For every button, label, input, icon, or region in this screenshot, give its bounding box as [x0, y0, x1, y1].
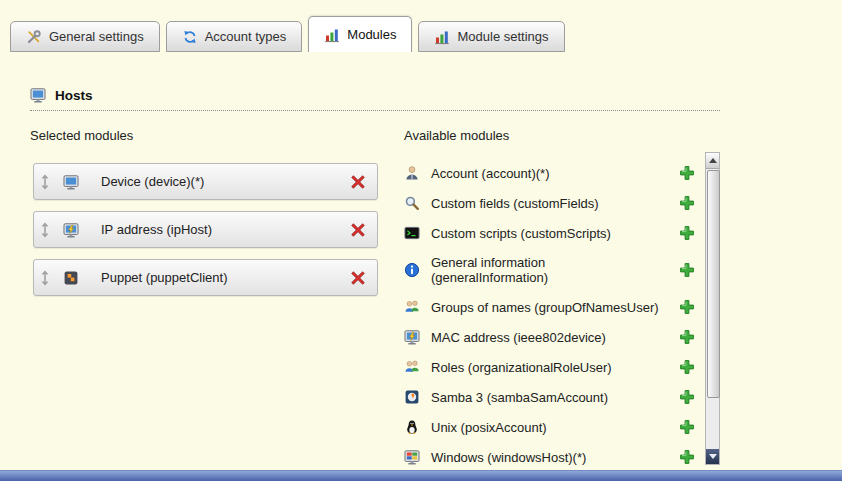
scrollbar[interactable] — [705, 152, 720, 465]
network-computer-icon — [63, 222, 79, 238]
remove-module-button[interactable] — [350, 222, 366, 238]
sync-icon — [182, 29, 198, 45]
selected-module-row[interactable]: IP address (ipHost) — [33, 211, 378, 248]
available-module-label: General information (generalInformation) — [431, 255, 663, 285]
tux-icon — [404, 419, 420, 435]
add-module-button[interactable] — [679, 299, 695, 315]
available-module-label: Account (account)(*) — [431, 166, 663, 181]
magnifier-icon — [404, 195, 420, 211]
hosts-section-header: Hosts — [30, 87, 720, 111]
person-icon — [404, 165, 420, 181]
add-module-button[interactable] — [679, 329, 695, 345]
green-plus-icon — [679, 262, 695, 278]
available-modules-heading: Available modules — [404, 128, 509, 143]
add-module-button[interactable] — [679, 195, 695, 211]
red-x-icon — [350, 270, 366, 286]
available-module-label: Unix (posixAccount) — [431, 420, 663, 435]
lam-config-modules-page: General settings Account types Modules M… — [0, 0, 842, 481]
available-module-row: MAC address (ieee802device) — [404, 322, 703, 352]
green-plus-icon — [679, 419, 695, 435]
green-plus-icon — [679, 195, 695, 211]
section-title: Hosts — [55, 88, 93, 103]
available-modules-rows: Account (account)(*) Custom fields (cust… — [404, 152, 703, 465]
available-modules-list: Account (account)(*) Custom fields (cust… — [404, 152, 720, 465]
available-module-row: Account (account)(*) — [404, 158, 703, 188]
add-module-button[interactable] — [679, 359, 695, 375]
red-x-icon — [350, 174, 366, 190]
available-module-row: Custom scripts (customScripts) — [404, 218, 703, 248]
network-computer-icon — [404, 329, 420, 345]
selected-module-row[interactable]: Device (device)(*) — [33, 163, 378, 200]
terminal-icon — [404, 225, 420, 241]
chart-icon — [434, 29, 450, 45]
tab-module-settings[interactable]: Module settings — [418, 21, 564, 52]
green-plus-icon — [679, 225, 695, 241]
add-module-button[interactable] — [679, 389, 695, 405]
available-module-row: Samba 3 (sambaSamAccount) — [404, 382, 703, 412]
puppet-icon — [63, 270, 79, 286]
add-module-button[interactable] — [679, 262, 695, 278]
drag-handle-icon[interactable] — [40, 174, 50, 190]
tab-modules[interactable]: Modules — [308, 16, 412, 52]
windows-monitor-icon — [404, 449, 420, 465]
add-module-button[interactable] — [679, 419, 695, 435]
tab-label: Account types — [205, 29, 287, 44]
selected-module-label: Puppet (puppetClient) — [101, 270, 227, 285]
remove-module-button[interactable] — [350, 174, 366, 190]
samba-icon — [404, 389, 420, 405]
group-icon — [404, 299, 420, 315]
info-icon — [404, 262, 420, 278]
drag-handle-icon[interactable] — [40, 270, 50, 286]
tab-account-types[interactable]: Account types — [166, 21, 303, 52]
selected-module-label: Device (device)(*) — [101, 174, 204, 189]
green-plus-icon — [679, 449, 695, 465]
device-monitor-icon — [63, 174, 79, 190]
available-module-row: Windows (windowsHost)(*) — [404, 442, 703, 465]
tab-bar: General settings Account types Modules M… — [10, 16, 571, 52]
green-plus-icon — [679, 329, 695, 345]
add-module-button[interactable] — [679, 165, 695, 181]
available-module-label: Groups of names (groupOfNamesUser) — [431, 300, 663, 315]
tools-icon — [26, 29, 42, 45]
available-module-label: Windows (windowsHost)(*) — [431, 450, 663, 465]
green-plus-icon — [679, 165, 695, 181]
scroll-up-button[interactable] — [706, 153, 719, 169]
available-module-row: Roles (organizationalRoleUser) — [404, 352, 703, 382]
add-module-button[interactable] — [679, 225, 695, 241]
available-module-row: Groups of names (groupOfNamesUser) — [404, 292, 703, 322]
footer-bar — [0, 470, 842, 481]
add-module-button[interactable] — [679, 449, 695, 465]
group-icon — [404, 359, 420, 375]
tab-label: Module settings — [457, 29, 548, 44]
remove-module-button[interactable] — [350, 270, 366, 286]
scroll-down-button[interactable] — [706, 449, 719, 464]
tab-label: General settings — [49, 29, 144, 44]
available-module-label: Samba 3 (sambaSamAccount) — [431, 390, 663, 405]
available-module-row: General information (generalInformation) — [404, 248, 703, 292]
available-module-row: Custom fields (customFields) — [404, 188, 703, 218]
red-x-icon — [350, 222, 366, 238]
tab-label: Modules — [347, 27, 396, 42]
monitor-icon — [30, 87, 46, 103]
scrollbar-thumb[interactable] — [707, 170, 720, 398]
available-module-label: MAC address (ieee802device) — [431, 330, 663, 345]
green-plus-icon — [679, 299, 695, 315]
green-plus-icon — [679, 389, 695, 405]
available-module-row: Unix (posixAccount) — [404, 412, 703, 442]
tab-general-settings[interactable]: General settings — [10, 21, 160, 52]
available-module-label: Roles (organizationalRoleUser) — [431, 360, 663, 375]
chart-icon — [324, 27, 340, 43]
drag-handle-icon[interactable] — [40, 222, 50, 238]
selected-modules-heading: Selected modules — [30, 128, 133, 143]
green-plus-icon — [679, 359, 695, 375]
selected-modules-list: Device (device)(*) IP address (ipHost) P… — [33, 163, 378, 307]
selected-module-row[interactable]: Puppet (puppetClient) — [33, 259, 378, 296]
available-module-label: Custom scripts (customScripts) — [431, 226, 663, 241]
selected-module-label: IP address (ipHost) — [101, 222, 212, 237]
available-module-label: Custom fields (customFields) — [431, 196, 663, 211]
